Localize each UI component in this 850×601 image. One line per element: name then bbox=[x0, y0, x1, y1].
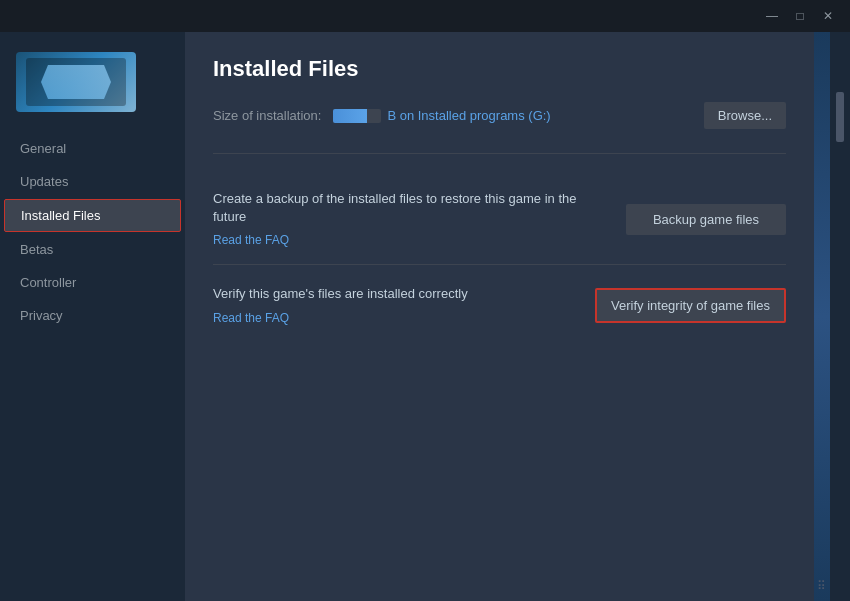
grid-icon: ⠿ bbox=[817, 579, 826, 593]
sidebar-item-updates[interactable]: Updates bbox=[4, 166, 181, 197]
section-divider bbox=[213, 153, 786, 154]
maximize-button[interactable]: □ bbox=[786, 2, 814, 30]
size-progress-bar bbox=[333, 109, 381, 123]
verify-row: Verify this game's files are installed c… bbox=[213, 269, 786, 341]
verify-integrity-button[interactable]: Verify integrity of game files bbox=[595, 288, 786, 323]
game-logo-inner bbox=[26, 58, 126, 106]
minimize-button[interactable]: — bbox=[758, 2, 786, 30]
install-size-row: Size of installation: B on Installed pro… bbox=[213, 102, 786, 129]
backup-title: Create a backup of the installed files t… bbox=[213, 190, 606, 226]
close-button[interactable]: ✕ bbox=[814, 2, 842, 30]
main-layout: General Updates Installed Files Betas Co… bbox=[0, 32, 850, 601]
sidebar-item-installed-files[interactable]: Installed Files bbox=[4, 199, 181, 232]
install-size-label: Size of installation: bbox=[213, 108, 321, 123]
right-strip bbox=[830, 32, 850, 601]
install-size-bar: B on Installed programs (G:) bbox=[333, 108, 550, 123]
verify-title: Verify this game's files are installed c… bbox=[213, 285, 575, 303]
right-game-art bbox=[814, 32, 830, 601]
content-area: Installed Files Size of installation: B … bbox=[185, 32, 814, 601]
page-title: Installed Files bbox=[213, 56, 786, 82]
backup-description: Create a backup of the installed files t… bbox=[213, 190, 606, 248]
scroll-thumb[interactable] bbox=[836, 92, 844, 142]
sidebar-item-betas[interactable]: Betas bbox=[4, 234, 181, 265]
backup-row: Create a backup of the installed files t… bbox=[213, 174, 786, 265]
sidebar: General Updates Installed Files Betas Co… bbox=[0, 32, 185, 601]
verify-description: Verify this game's files are installed c… bbox=[213, 285, 575, 325]
browse-button[interactable]: Browse... bbox=[704, 102, 786, 129]
backup-faq-link[interactable]: Read the FAQ bbox=[213, 233, 289, 247]
verify-faq-link[interactable]: Read the FAQ bbox=[213, 311, 289, 325]
install-size-value: B on Installed programs (G:) bbox=[387, 108, 550, 123]
size-progress-fill bbox=[333, 109, 367, 123]
sidebar-item-privacy[interactable]: Privacy bbox=[4, 300, 181, 331]
logo-shape bbox=[41, 65, 111, 99]
backup-button[interactable]: Backup game files bbox=[626, 204, 786, 235]
game-logo bbox=[16, 52, 136, 112]
sidebar-item-controller[interactable]: Controller bbox=[4, 267, 181, 298]
sidebar-item-general[interactable]: General bbox=[4, 133, 181, 164]
title-bar: — □ ✕ bbox=[0, 0, 850, 32]
